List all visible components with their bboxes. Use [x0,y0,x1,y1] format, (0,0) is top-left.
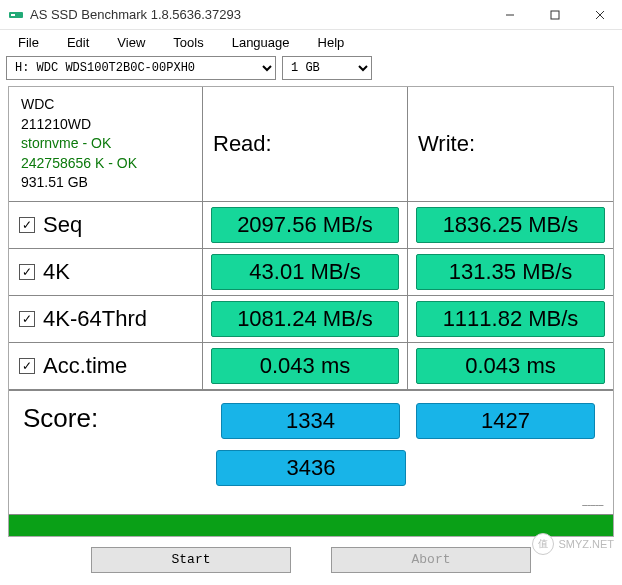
menu-file[interactable]: File [6,33,51,52]
resize-grip-icon: -------- [9,496,613,514]
checkbox-seq[interactable]: ✓ [19,217,35,233]
4k64-read: 1081.24 MB/s [211,301,399,337]
results-panel: WDC 211210WD stornvme - OK 242758656 K -… [8,86,614,537]
acc-read: 0.043 ms [211,348,399,384]
buttons-row: Start Abort [0,537,622,583]
abort-button: Abort [331,547,531,573]
start-button[interactable]: Start [91,547,291,573]
menu-view[interactable]: View [105,33,157,52]
checkbox-4k[interactable]: ✓ [19,264,35,280]
info-driver: stornvme - OK [21,134,111,154]
svg-rect-1 [11,14,15,16]
menu-language[interactable]: Language [220,33,302,52]
header-read: Read: [203,87,408,202]
info-model: WDC [21,95,54,115]
titlebar: AS SSD Benchmark 1.8.5636.37293 [0,0,622,30]
watermark: 值 SMYZ.NET [532,533,614,555]
score-write: 1427 [416,403,595,439]
close-button[interactable] [577,0,622,30]
window-title: AS SSD Benchmark 1.8.5636.37293 [30,7,487,22]
svg-rect-3 [551,11,559,19]
info-align: 242758656 K - OK [21,154,137,174]
drive-select[interactable]: H: WDC WDS100T2B0C-00PXH0 [6,56,276,80]
maximize-button[interactable] [532,0,577,30]
menu-tools[interactable]: Tools [161,33,215,52]
info-model2: 211210WD [21,115,91,135]
4k-read: 43.01 MB/s [211,254,399,290]
row-4k64-label: ✓ 4K-64Thrd [9,296,203,343]
checkbox-acc[interactable]: ✓ [19,358,35,374]
4k64-write: 1111.82 MB/s [416,301,605,337]
watermark-badge: 值 [532,533,554,555]
header-write: Write: [408,87,613,202]
acc-write: 0.043 ms [416,348,605,384]
seq-write: 1836.25 MB/s [416,207,605,243]
drive-info: WDC 211210WD stornvme - OK 242758656 K -… [9,87,203,202]
menu-edit[interactable]: Edit [55,33,101,52]
score-read: 1334 [221,403,400,439]
row-4k-label: ✓ 4K [9,249,203,296]
4k-write: 131.35 MB/s [416,254,605,290]
progress-bar [9,514,613,536]
score-label: Score: [19,399,213,444]
toolbar: H: WDC WDS100T2B0C-00PXH0 1 GB [0,54,622,86]
checkbox-4k64[interactable]: ✓ [19,311,35,327]
row-acc-label: ✓ Acc.time [9,343,203,390]
menubar: File Edit View Tools Language Help [0,30,622,54]
score-total: 3436 [216,450,406,486]
info-capacity: 931.51 GB [21,173,88,193]
seq-read: 2097.56 MB/s [211,207,399,243]
row-seq-label: ✓ Seq [9,202,203,249]
size-select[interactable]: 1 GB [282,56,372,80]
score-section: Score: 1334 1427 3436 [9,390,613,496]
minimize-button[interactable] [487,0,532,30]
app-icon [8,7,24,23]
menu-help[interactable]: Help [306,33,357,52]
watermark-text: SMYZ.NET [558,538,614,550]
